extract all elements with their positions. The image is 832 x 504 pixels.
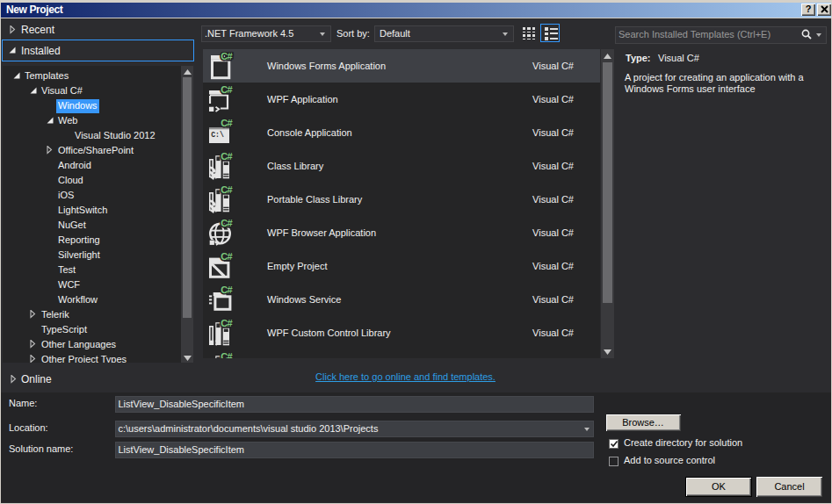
svg-text:C#: C# [221,52,232,61]
svg-text:C#: C# [221,319,232,328]
svg-text:C#: C# [221,252,232,262]
svg-text:C#: C# [221,185,232,195]
svg-text:C:\: C:\ [211,131,224,139]
svg-text:C#: C# [221,219,232,228]
svg-text:C#: C# [221,352,232,358]
svg-text:C#: C# [221,85,232,95]
svg-text:C#: C# [221,285,232,295]
svg-text:C#: C# [221,119,232,128]
svg-text:C#: C# [221,152,232,162]
